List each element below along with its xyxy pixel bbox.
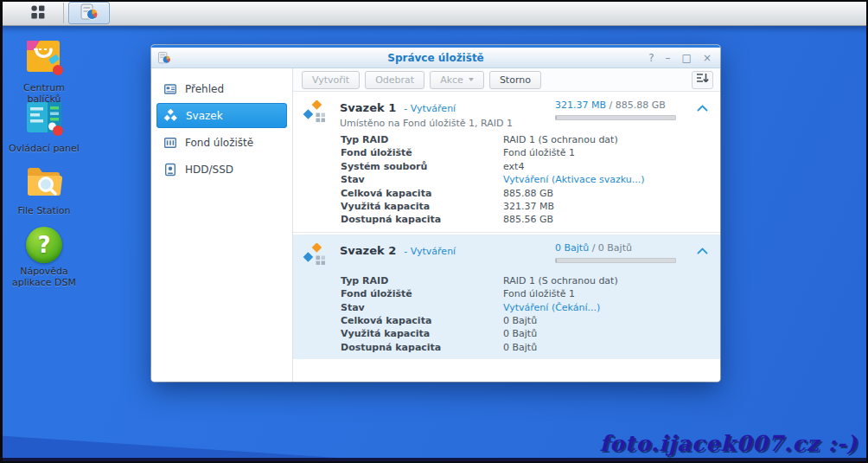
sort-icon: [696, 73, 709, 87]
desktop-icon-file-station[interactable]: File Station: [2, 163, 86, 216]
sort-button[interactable]: [692, 71, 713, 89]
volume-card-2: Svazek 2 - Vytváření 0 Bajtů / 0 Bajtů: [293, 235, 720, 359]
usage-progress-bar: [555, 115, 676, 120]
volume-details: Typ RAIDRAID 1 (S ochranou dat) Fond úlo…: [293, 133, 720, 227]
detail-row: Celková kapacita885.88 GB: [293, 187, 720, 200]
control-panel-icon: [25, 100, 63, 140]
remove-button[interactable]: Odebrat: [365, 71, 424, 89]
main-menu-button[interactable]: [17, 2, 59, 24]
volume-location: Umístěno na Fond úložiště 1, RAID 1: [340, 118, 555, 129]
file-station-icon: [24, 163, 64, 203]
detail-row: StavVytváření (Aktivace svazku...): [293, 173, 720, 186]
sidebar-item-label: Fond úložiště: [185, 137, 253, 149]
actions-button-label: Akce: [440, 74, 463, 86]
volume-header: Svazek 1 - Vytváření Umístěno na Fond úl…: [293, 97, 720, 129]
window-title: Správce úložiště: [151, 52, 720, 64]
detail-row: Celková kapacita0 Bajtů: [293, 314, 720, 327]
sidebar-item-hdd-ssd[interactable]: HDD/SSD: [156, 157, 287, 182]
volume-header: Svazek 2 - Vytváření 0 Bajtů / 0 Bajtů: [293, 240, 720, 270]
detail-row: Dostupná kapacita0 Bajtů: [293, 341, 720, 354]
question-mark-glyph: ?: [37, 232, 50, 258]
window-controls: ? – □ ×: [648, 50, 712, 66]
usage-progress-bar: [555, 258, 676, 263]
volume-icon: [302, 100, 328, 127]
volume-cubes-icon: [163, 109, 178, 123]
volume-icon: [302, 243, 328, 270]
total-capacity-text: / 885.88 GB: [610, 100, 666, 111]
sidebar-item-storage-pool[interactable]: Fond úložiště: [156, 130, 287, 155]
create-button[interactable]: Vytvořit: [302, 71, 360, 89]
volume-card-1: Svazek 1 - Vytváření Umístěno na Fond úl…: [293, 92, 720, 233]
volume-status-badge: - Vytváření: [404, 246, 456, 257]
main-content: Vytvořit Odebrat Akce Storno: [293, 68, 720, 382]
sidebar-item-volume[interactable]: Svazek: [156, 103, 287, 128]
minimize-icon[interactable]: –: [666, 50, 671, 66]
volume-details: Typ RAIDRAID 1 (S ochranou dat) Fond úlo…: [293, 274, 720, 354]
storage-pool-icon: [163, 136, 177, 150]
sidebar-item-overview[interactable]: Přehled: [156, 76, 287, 101]
desktop-icon-dsm-help[interactable]: ? Nápověda aplikace DSM: [2, 227, 86, 288]
detail-row: Fond úložištěFond úložiště 1: [293, 287, 720, 300]
help-icon[interactable]: ?: [648, 50, 654, 66]
volume-name: Svazek 1: [340, 101, 396, 114]
detail-row: Fond úložištěFond úložiště 1: [293, 146, 720, 159]
detail-row: Využitá kapacita0 Bajtů: [293, 327, 720, 340]
desktop-icon-label: Nápověda aplikace DSM: [2, 266, 86, 288]
main-menu-grid-icon: [30, 4, 46, 23]
detail-row: Dostupná kapacita885.56 GB: [293, 213, 720, 226]
cancel-button[interactable]: Storno: [489, 71, 541, 89]
sidebar: Přehled Svazek Fond úložiště: [151, 68, 293, 382]
hdd-icon: [163, 163, 177, 177]
caret-down-icon: [469, 78, 474, 81]
usage-progress-fill: [556, 259, 557, 262]
collapse-chevron-icon[interactable]: [697, 248, 708, 254]
detail-row: Typ RAIDRAID 1 (S ochranou dat): [293, 274, 720, 287]
detail-row: Typ RAIDRAID 1 (S ochranou dat): [293, 133, 720, 146]
used-capacity-text: 321.37 MB: [555, 100, 606, 111]
overview-icon: [163, 82, 177, 96]
toolbar: Vytvořit Odebrat Akce Storno: [293, 68, 720, 92]
maximize-icon[interactable]: □: [682, 50, 692, 66]
desktop-icon-package-center[interactable]: Centrum balíčků: [2, 36, 86, 105]
package-center-icon: [24, 36, 64, 80]
detail-row: StavVytváření (Čekání...): [293, 301, 720, 314]
photo-watermark: foto.ijacek007.cz :-): [599, 431, 858, 456]
desktop-icon-label: File Station: [17, 205, 70, 216]
dsm-help-icon: ?: [26, 227, 62, 263]
close-icon[interactable]: ×: [703, 50, 712, 66]
bottom-strip: [0, 458, 868, 463]
volume-name: Svazek 2: [340, 244, 396, 257]
volume-usage: 0 Bajtů / 0 Bajtů: [555, 242, 676, 263]
storage-manager-window: Správce úložiště ? – □ × Přehled: [151, 45, 720, 382]
volume-list: Svazek 1 - Vytváření Umístěno na Fond úl…: [293, 92, 720, 382]
total-capacity-text: / 0 Bajtů: [592, 242, 632, 254]
sidebar-item-label: HDD/SSD: [185, 164, 233, 176]
taskbar-separator: [63, 3, 64, 23]
taskbar: [0, 0, 868, 26]
sidebar-item-label: Přehled: [185, 83, 224, 95]
sidebar-item-label: Svazek: [186, 110, 223, 122]
actions-button[interactable]: Akce: [430, 71, 484, 89]
volume-status-badge: - Vytváření: [404, 103, 456, 114]
collapse-chevron-icon[interactable]: [697, 105, 708, 112]
volume-usage: 321.37 MB / 885.88 GB: [555, 100, 676, 120]
usage-progress-fill: [556, 116, 557, 119]
used-capacity-text: 0 Bajtů: [555, 242, 589, 254]
storage-manager-app-icon: [80, 3, 99, 24]
desktop: Centrum balíčků Ovládací panel File Stat…: [0, 0, 868, 463]
desktop-icon-label: Ovládací panel: [9, 143, 80, 154]
desktop-icon-control-panel[interactable]: Ovládací panel: [2, 100, 86, 154]
window-titlebar[interactable]: Správce úložiště ? – □ ×: [151, 48, 720, 68]
detail-row: Systém souborůext4: [293, 160, 720, 173]
taskbar-storage-manager-button[interactable]: [68, 2, 110, 24]
detail-row: Využitá kapacita321.37 MB: [293, 200, 720, 213]
